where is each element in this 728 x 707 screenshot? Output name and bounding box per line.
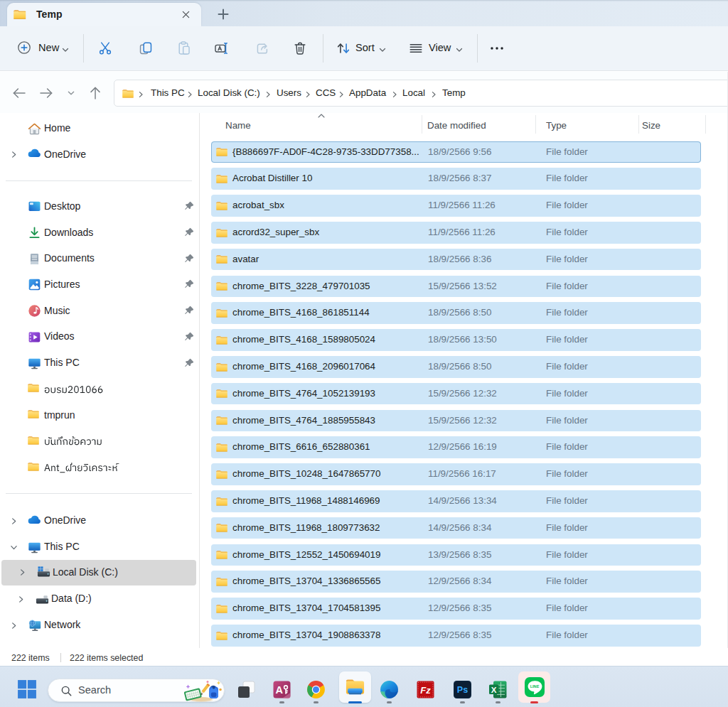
svg-text:X: X [491,686,497,694]
svg-text:LINE: LINE [530,684,540,689]
svg-text:Ps: Ps [457,685,468,695]
svg-text:A: A [276,684,284,696]
svg-text:Fz: Fz [420,685,431,696]
